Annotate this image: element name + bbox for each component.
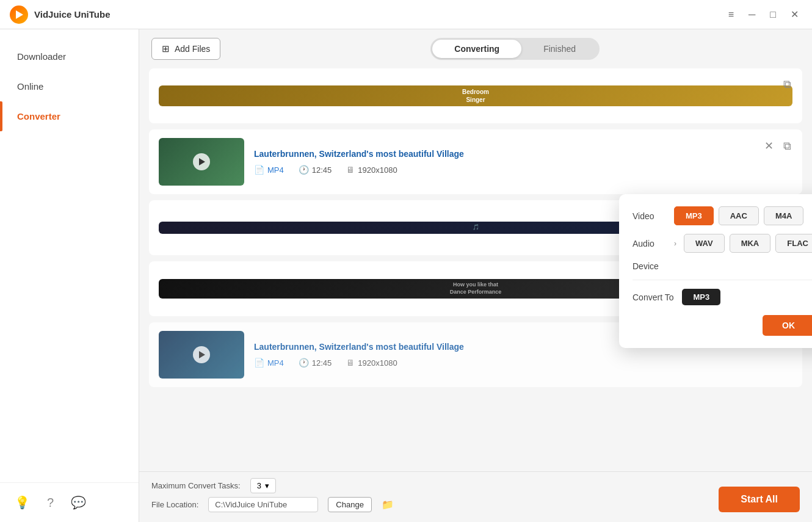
format-btn-wav[interactable]: WAV: [684, 234, 725, 253]
meta-duration: 🕐 12:45: [299, 165, 332, 175]
open-folder-icon-button[interactable]: 📁: [382, 499, 394, 510]
help-icon-button[interactable]: ?: [45, 493, 56, 512]
sidebar-item-downloader[interactable]: Downloader: [0, 42, 139, 71]
file-title: Lauterbrunnen, Switzerland's most beauti…: [254, 149, 792, 159]
play-triangle-icon: [199, 351, 205, 358]
file-meta: 📄 MP4 🕐 12:45 🖥 1920x1080: [254, 358, 792, 368]
monitor-icon: 🖥: [346, 165, 355, 175]
close-button[interactable]: ✕: [787, 6, 802, 23]
play-circle: [193, 153, 210, 170]
tab-finished[interactable]: Finished: [521, 40, 598, 58]
sidebar-item-label: Downloader: [17, 51, 66, 62]
list-item: Lauterbrunnen, Switzerland's most beauti…: [149, 129, 802, 194]
resolution-value: 1920x1080: [358, 165, 397, 175]
audio-category-label: Audio: [633, 239, 667, 248]
format-btn-flac[interactable]: FLAC: [775, 234, 812, 253]
bulb-icon-button[interactable]: 💡: [12, 493, 32, 512]
device-category-label: Device: [633, 261, 667, 271]
dropdown-arrow-icon: ▾: [265, 481, 269, 490]
play-overlay: [159, 138, 244, 186]
chat-icon-button[interactable]: 💬: [68, 493, 89, 512]
meta-format: 📄 MP4: [254, 358, 284, 368]
format-popup: ✕ Video MP3 AAC M4A Audio › WAV MKA FLAC: [619, 194, 812, 348]
add-files-label: Add Files: [175, 44, 210, 54]
popup-audio-row: Audio › WAV MKA FLAC: [633, 234, 812, 253]
format-btn-mka[interactable]: MKA: [730, 234, 771, 253]
sidebar: Downloader Online Converter 💡 ? 💬: [0, 29, 139, 522]
bottom-bar: Maximum Convert Tasks: 3 ▾ File Location…: [139, 471, 812, 522]
bottom-row-location: File Location: Change 📁: [151, 497, 800, 512]
video-category-label: Video: [633, 211, 667, 221]
convert-to-value: MP3: [682, 289, 720, 305]
start-all-button[interactable]: Start All: [719, 487, 800, 512]
convert-to-row: Convert To MP3: [633, 289, 812, 305]
meta-resolution: 🖥 1920x1080: [346, 165, 397, 175]
format-value: MP4: [267, 358, 284, 368]
thumb-bg: [159, 138, 244, 186]
play-circle: [193, 346, 210, 363]
add-files-button[interactable]: ⊞ Add Files: [151, 38, 220, 60]
close-file-button[interactable]: ✕: [762, 137, 776, 155]
task-count-value: 3: [257, 481, 261, 490]
popup-actions: OK Cancel: [633, 315, 812, 336]
maximize-button[interactable]: □: [766, 7, 780, 23]
titlebar-controls: ≡ ─ □ ✕: [725, 6, 802, 23]
format-btn-aac[interactable]: AAC: [719, 206, 759, 225]
meta-format: 📄 MP4: [254, 165, 284, 175]
format-btn-m4a[interactable]: M4A: [764, 206, 803, 225]
thumb-text: BedroomSinger: [460, 85, 491, 106]
play-triangle-icon: [199, 158, 205, 165]
file-location-label: File Location:: [151, 500, 198, 509]
sidebar-item-online[interactable]: Online: [0, 71, 139, 101]
task-count-select[interactable]: 3 ▾: [250, 478, 276, 493]
duration-value: 12:45: [312, 358, 332, 368]
file-thumbnail: BedroomSinger: [159, 85, 792, 106]
thumb-text: 🎵: [470, 222, 482, 234]
sidebar-bottom: 💡 ? 💬: [0, 482, 139, 522]
thumb-bg: [159, 331, 244, 379]
convert-to-label: Convert To: [633, 292, 673, 302]
duration-value: 12:45: [312, 165, 332, 175]
clock-icon: 🕐: [299, 165, 309, 175]
sidebar-item-label: Converter: [17, 111, 60, 121]
clock-icon: 🕐: [299, 358, 309, 368]
file-info: Lauterbrunnen, Switzerland's most beauti…: [254, 149, 792, 175]
bottom-row-tasks: Maximum Convert Tasks: 3 ▾: [151, 478, 800, 493]
file-thumbnail: [159, 331, 244, 379]
sidebar-nav: Downloader Online Converter: [0, 29, 139, 482]
meta-resolution: 🖥 1920x1080: [346, 358, 397, 368]
menu-button[interactable]: ≡: [725, 7, 738, 23]
main-layout: Downloader Online Converter 💡 ? 💬 ⊞ Add …: [0, 29, 812, 522]
popup-device-row: Device: [633, 261, 812, 271]
format-icon: 📄: [254, 165, 264, 175]
popup-video-row: Video MP3 AAC M4A: [633, 206, 812, 225]
file-thumbnail: [159, 138, 244, 186]
change-location-button[interactable]: Change: [328, 497, 372, 512]
thumb-text: How you like thatDance Performance: [448, 279, 504, 298]
sidebar-item-converter[interactable]: Converter: [0, 101, 139, 131]
convert-format-button[interactable]: ⧉: [781, 76, 794, 93]
list-item: BedroomSinger J.Fla - Bedroom Singer (Of…: [149, 68, 802, 123]
audio-format-buttons: WAV MKA FLAC: [684, 234, 812, 253]
audio-arrow-icon: ›: [674, 239, 676, 248]
file-location-input[interactable]: [208, 497, 318, 512]
ok-button[interactable]: OK: [763, 315, 812, 336]
content-area: ⊞ Add Files Converting Finished BedroomS…: [139, 29, 812, 522]
titlebar: VidJuice UniTube ≡ ─ □ ✕: [0, 0, 812, 29]
app-title: VidJuice UniTube: [34, 9, 725, 20]
file-meta: 📄 MP4 🕐 12:45 🖥 1920x1080: [254, 165, 792, 175]
monitor-icon: 🖥: [346, 358, 355, 368]
toolbar: ⊞ Add Files Converting Finished: [139, 29, 812, 68]
convert-format-button[interactable]: ⧉: [781, 137, 794, 155]
resolution-value: 1920x1080: [358, 358, 397, 368]
format-btn-mp3[interactable]: MP3: [674, 206, 714, 225]
popup-divider: [633, 280, 812, 280]
format-icon: 📄: [254, 358, 264, 368]
file-actions: ✕ ⧉: [762, 137, 794, 155]
play-overlay: [159, 331, 244, 379]
minimize-button[interactable]: ─: [745, 7, 759, 23]
add-files-icon: ⊞: [162, 43, 170, 54]
format-value: MP4: [267, 165, 284, 175]
tab-converting[interactable]: Converting: [432, 40, 521, 58]
app-logo: [10, 5, 28, 24]
